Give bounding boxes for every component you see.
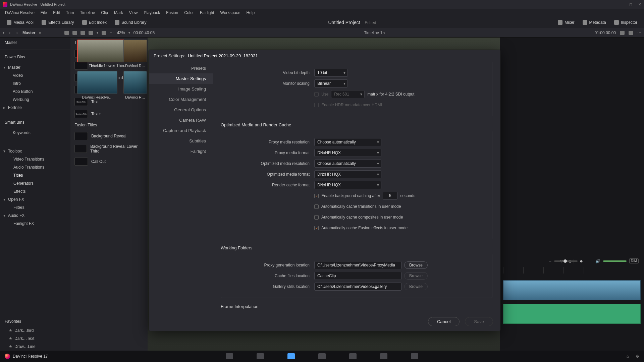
proxy-browse-button[interactable]: Browse bbox=[404, 261, 428, 269]
page-cut-icon[interactable] bbox=[257, 353, 264, 359]
proxy-loc-input[interactable]: C:\Users\Lizenznehmer\Videos\ProxyMedia bbox=[314, 261, 401, 269]
hdr-checkbox[interactable] bbox=[314, 103, 319, 107]
auto-fusion-checkbox[interactable] bbox=[314, 226, 319, 230]
panel-editindex[interactable]: Edit Index bbox=[79, 19, 110, 26]
rendercache-fmt-select[interactable]: DNxHR HQX bbox=[314, 181, 381, 189]
title-item[interactable]: Background Reveal Lower Third bbox=[70, 142, 148, 156]
clip-item[interactable]: DaVinci R… bbox=[123, 40, 147, 68]
favorite-item[interactable]: ★Dark…Text bbox=[0, 335, 70, 343]
title-item[interactable]: Background Reveal bbox=[70, 130, 148, 142]
page-media-icon[interactable] bbox=[226, 353, 233, 359]
title-item[interactable]: Call Out bbox=[70, 156, 148, 168]
fx-fairlightfx[interactable]: Fairlight FX bbox=[0, 220, 52, 228]
speaker-icon[interactable]: 🔊 bbox=[595, 259, 600, 263]
nav-presets[interactable]: Presets bbox=[149, 63, 213, 73]
zoom-slider[interactable] bbox=[554, 260, 578, 262]
menu-color[interactable]: Color bbox=[181, 10, 197, 15]
view-grid-icon[interactable] bbox=[72, 31, 77, 35]
menu-timeline[interactable]: Timeline bbox=[77, 10, 98, 15]
panel-mixer[interactable]: Mixer bbox=[554, 19, 578, 26]
viewer-options-icon[interactable]: ⋯ bbox=[637, 31, 641, 35]
powerbin-master[interactable]: Master bbox=[0, 63, 70, 71]
powerbin-abobutton[interactable]: Abo Button bbox=[0, 87, 70, 96]
minimize-icon[interactable]: — bbox=[620, 2, 623, 7]
panel-sound[interactable]: Sound Library bbox=[111, 19, 150, 26]
powerbin-werbung[interactable]: Werbung bbox=[0, 96, 70, 104]
view-strip-icon[interactable] bbox=[64, 31, 69, 35]
page-edit-icon[interactable] bbox=[287, 353, 295, 359]
page-deliver-icon[interactable] bbox=[411, 353, 418, 359]
fx-audiofx[interactable]: Audio FX bbox=[0, 212, 52, 220]
menu-mark[interactable]: Mark bbox=[111, 10, 126, 15]
sort-icon[interactable] bbox=[102, 31, 106, 35]
panel-mediapool[interactable]: Media Pool bbox=[3, 19, 37, 26]
fx-titles[interactable]: Titles bbox=[0, 171, 52, 179]
menu-edit[interactable]: Edit bbox=[50, 10, 63, 15]
monitor-scaling-select[interactable]: Bilinear bbox=[314, 79, 348, 87]
clip-thumbnail[interactable] bbox=[77, 71, 117, 94]
nav-fairlight[interactable]: Fairlight bbox=[149, 146, 213, 157]
menu-file[interactable]: File bbox=[38, 10, 50, 15]
bypass-icon[interactable] bbox=[620, 31, 625, 35]
timeline-dropdown-icon[interactable]: ▾ bbox=[383, 31, 385, 35]
fx-audio-transitions[interactable]: Audio Transitions bbox=[0, 163, 52, 171]
powerbin-intro[interactable]: Intro bbox=[0, 79, 70, 87]
options-icon[interactable]: ⋯ bbox=[110, 31, 114, 35]
video-track-clip[interactable] bbox=[503, 280, 641, 300]
nav-color-management[interactable]: Color Management bbox=[149, 94, 213, 105]
menu-trim[interactable]: Trim bbox=[63, 10, 77, 15]
bgcache-checkbox[interactable] bbox=[314, 194, 319, 198]
nav-camera-raw[interactable]: Camera RAW bbox=[149, 115, 213, 125]
gallery-loc-input[interactable]: C:\Users\Lizenznehmer\Videos\.gallery bbox=[314, 283, 401, 291]
fx-effects[interactable]: Effects bbox=[0, 187, 52, 195]
dim-button[interactable]: DIM bbox=[629, 258, 639, 263]
bin-dropdown-icon[interactable]: ▾ bbox=[3, 31, 4, 35]
fx-toolbox[interactable]: Toolbox bbox=[0, 147, 52, 155]
nav-capture-playback[interactable]: Capture and Playback bbox=[149, 125, 213, 136]
zoom-in-icon[interactable]: + bbox=[580, 259, 583, 263]
proxy-fmt-select[interactable]: DNxHR HQX bbox=[314, 149, 381, 157]
page-fusion-icon[interactable] bbox=[318, 353, 326, 359]
timeline-ruler[interactable] bbox=[503, 267, 641, 274]
viewer-zoom[interactable]: 43% bbox=[117, 31, 125, 35]
bgcache-seconds-input[interactable]: 5 bbox=[383, 192, 397, 200]
opt-res-select[interactable]: Choose automatically bbox=[314, 160, 381, 168]
nav-master-settings[interactable]: Master Settings bbox=[149, 73, 213, 84]
menu-fairlight[interactable]: Fairlight bbox=[197, 10, 217, 15]
clip-thumbnail[interactable] bbox=[123, 40, 147, 62]
zoom-out-icon[interactable]: − bbox=[549, 259, 551, 263]
clip-item[interactable]: DaVinci Resolve… bbox=[77, 71, 117, 99]
search-icon[interactable] bbox=[89, 31, 93, 35]
panel-inspector[interactable]: Inspector bbox=[611, 19, 641, 26]
title-item[interactable]: Custom TitleText+ bbox=[70, 108, 148, 120]
menu-workspace[interactable]: Workspace bbox=[217, 10, 244, 15]
auto-comp-checkbox[interactable] bbox=[314, 215, 319, 220]
fx-generators[interactable]: Generators bbox=[0, 179, 52, 187]
use-matrix-checkbox[interactable] bbox=[314, 92, 319, 97]
nav-general-options[interactable]: General Options bbox=[149, 105, 213, 115]
auto-trans-checkbox[interactable] bbox=[314, 204, 319, 209]
menu-view[interactable]: View bbox=[126, 10, 141, 15]
maximize-icon[interactable]: ◻ bbox=[629, 2, 632, 7]
view-list-icon[interactable] bbox=[80, 31, 85, 35]
nav-fwd-icon[interactable]: › bbox=[15, 31, 19, 35]
project-settings-icon[interactable]: ⚙ bbox=[636, 354, 639, 359]
fx-video-transitions[interactable]: Video Transitions bbox=[0, 155, 52, 163]
smartbin-keywords[interactable]: Keywords bbox=[0, 129, 70, 137]
video-bitdepth-select[interactable]: 10 bit bbox=[314, 69, 348, 77]
audio-track-clip[interactable] bbox=[503, 304, 641, 324]
close-icon[interactable]: ✕ bbox=[638, 2, 641, 7]
nav-back-icon[interactable]: ‹ bbox=[8, 31, 12, 35]
clip-item[interactable]: Timeline 1 bbox=[77, 40, 117, 68]
home-icon[interactable]: ⌂ bbox=[627, 354, 629, 359]
menu-app[interactable]: DaVinci Resolve bbox=[2, 10, 38, 15]
panel-effects[interactable]: Effects Library bbox=[38, 19, 77, 26]
fx-openfx[interactable]: Open FX bbox=[0, 195, 52, 203]
zoom-dropdown-icon[interactable]: ▾ bbox=[128, 31, 130, 35]
fx-filters[interactable]: Filters bbox=[0, 203, 52, 212]
search-dropdown-icon[interactable]: ▾ bbox=[97, 31, 98, 35]
gallery-browse-button[interactable]: Browse bbox=[404, 283, 428, 290]
volume-slider[interactable] bbox=[603, 260, 627, 262]
cache-loc-input[interactable]: CacheClip bbox=[314, 272, 401, 280]
cache-browse-button[interactable]: Browse bbox=[404, 272, 428, 280]
